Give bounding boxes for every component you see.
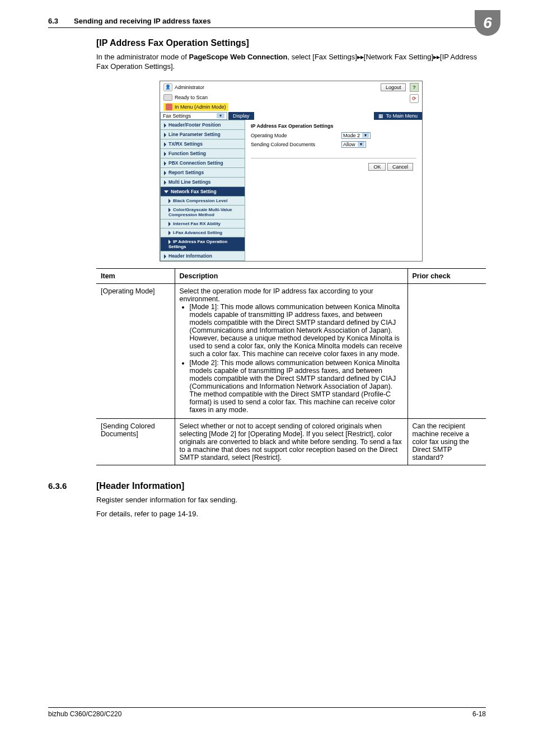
screenshot-panel: 👤 Administrator Logout ? Ready to Scan: [160, 81, 423, 262]
intro-mid: [Network Fax Setting]: [364, 53, 433, 61]
nav-pbx[interactable]: PBX Connection Setting: [160, 158, 245, 168]
user-icon: 👤: [163, 83, 172, 91]
category-dropdown[interactable]: Fax Settings ▾: [160, 112, 227, 120]
chapter-badge: 6: [475, 10, 500, 36]
caret-icon: [164, 133, 166, 137]
section-number: 6.3: [48, 17, 58, 25]
chevron-down-icon: ▾: [217, 113, 224, 118]
cell-item: [Sending Colored Documents]: [96, 418, 175, 465]
chevron-down-icon: ▾: [358, 142, 364, 147]
display-button[interactable]: Display: [228, 112, 254, 120]
chevron-down-icon: ▾: [362, 133, 369, 138]
caret-icon: [164, 152, 166, 156]
table-row: [Sending Colored Documents] Select wheth…: [96, 418, 486, 465]
nav-black-compression[interactable]: Black Compression Level: [160, 197, 245, 206]
description-table: Item Description Prior check [Operating …: [96, 268, 486, 465]
footer-right: 6-18: [472, 710, 486, 718]
intro-bold: PageScope Web Connection: [189, 53, 287, 61]
section-number-636: 6.3.6: [48, 481, 96, 491]
nav-report[interactable]: Report Settings: [160, 168, 245, 178]
main-menu-label: To Main Menu: [386, 113, 418, 119]
col-prior-check: Prior check: [407, 268, 486, 283]
desc-lead: Select the operation mode for IP address…: [180, 287, 403, 303]
page-footer: bizhub C360/C280/C220 6-18: [48, 707, 486, 718]
caret-icon: [164, 254, 166, 259]
nav-line-parameter[interactable]: Line Parameter Setting: [160, 130, 245, 139]
select-value: Allow: [343, 142, 355, 147]
dropdown-value: Fax Settings: [163, 113, 191, 119]
intro-pre: In the administrator mode of: [96, 53, 189, 61]
col-description: Description: [175, 268, 407, 283]
sidebar: Header/Footer Position Line Parameter Se…: [160, 120, 245, 261]
cell-item: [Operating Mode]: [96, 283, 175, 418]
logout-button[interactable]: Logout: [381, 83, 406, 91]
ok-button[interactable]: OK: [368, 163, 386, 171]
refresh-icon[interactable]: ⟳: [410, 94, 419, 103]
table-row: [Operating Mode] Select the operation mo…: [96, 283, 486, 418]
caret-icon: [164, 180, 166, 185]
intro-paragraph: In the administrator mode of PageScope W…: [96, 53, 486, 72]
nav-header-footer[interactable]: Header/Footer Position: [160, 120, 245, 130]
warning-icon: [166, 104, 172, 110]
ready-status: Ready to Scan: [175, 95, 208, 100]
footer-left: bizhub C360/C280/C220: [48, 710, 121, 718]
printer-icon: [163, 94, 172, 101]
grid-icon: ▦: [378, 113, 383, 119]
section-title-636: [Header Information]: [96, 481, 184, 491]
nav-internet-fax-rx[interactable]: Internet Fax RX Ability: [160, 220, 245, 228]
sending-colored-select[interactable]: Allow ▾: [341, 141, 366, 148]
help-icon[interactable]: ?: [410, 83, 419, 92]
sending-colored-label: Sending Colored Documents: [251, 142, 335, 147]
nav-network-fax[interactable]: Network Fax Setting: [160, 187, 245, 197]
divider: [251, 158, 416, 158]
cell-description: Select whether or not to accept sending …: [175, 418, 407, 465]
caret-icon: [168, 222, 171, 226]
arrows-icon: ▸▸: [433, 53, 440, 61]
sec636-p2: For details, refer to page 14-19.: [96, 510, 486, 519]
nav-txrx[interactable]: TX/RX Settings: [160, 139, 245, 149]
nav-header-info[interactable]: Header Information: [160, 251, 245, 261]
running-header: 6.3 Sending and receiving IP address fax…: [48, 17, 486, 28]
admin-mode-status: In Menu (Admin Mode): [175, 104, 226, 110]
section-title: Sending and receiving IP address faxes: [74, 17, 486, 25]
col-item: Item: [96, 268, 175, 283]
operating-mode-select[interactable]: Mode 2 ▾: [341, 132, 371, 139]
subsection-title: [IP Address Fax Operation Settings]: [96, 38, 486, 48]
to-main-menu-button[interactable]: ▦ To Main Menu: [374, 112, 422, 120]
caret-icon: [164, 171, 166, 175]
select-value: Mode 2: [343, 133, 360, 138]
caret-icon: [164, 123, 166, 128]
intro-post: , select [Fax Settings]: [288, 53, 357, 61]
caret-down-icon: [164, 190, 168, 193]
nav-multiline[interactable]: Multi Line Settings: [160, 178, 245, 187]
sec636-p1: Register sender information for fax send…: [96, 496, 486, 505]
caret-icon: [168, 208, 171, 212]
admin-label: Administrator: [175, 85, 204, 90]
desc-bullet: [Mode 1]: This mode allows communication…: [190, 303, 403, 358]
panel-title: IP Address Fax Operation Settings: [251, 123, 416, 129]
cancel-button[interactable]: Cancel: [387, 163, 413, 171]
nav-ifax-advanced[interactable]: I-Fax Advanced Setting: [160, 228, 245, 237]
arrows-icon: ▸▸: [357, 53, 364, 61]
nav-function-setting[interactable]: Function Setting: [160, 149, 245, 158]
operating-mode-label: Operating Mode: [251, 133, 335, 138]
caret-icon: [168, 231, 171, 235]
desc-bullet: [Mode 2]: This mode allows communication…: [190, 359, 403, 414]
nav-color-grayscale[interactable]: Color/Grayscale Multi-Value Compression …: [160, 206, 245, 220]
caret-icon: [168, 240, 171, 244]
caret-icon: [164, 142, 166, 147]
caret-icon: [164, 161, 166, 166]
cell-prior-check: Can the recipient machine receive a colo…: [407, 418, 486, 465]
nav-ip-address-fax[interactable]: IP Address Fax Operation Settings: [160, 237, 245, 251]
cell-prior-check: [407, 283, 486, 418]
caret-icon: [168, 199, 171, 203]
cell-description: Select the operation mode for IP address…: [175, 283, 407, 418]
